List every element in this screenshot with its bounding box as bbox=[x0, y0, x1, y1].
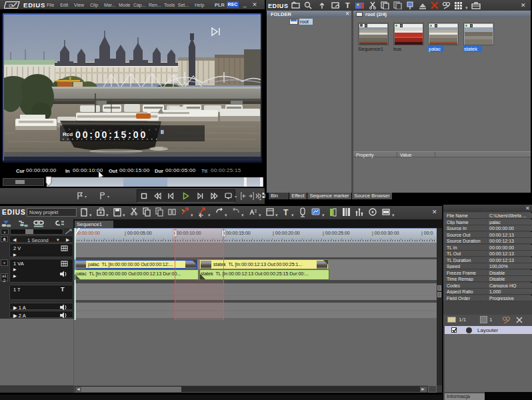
svg-text:T: T bbox=[345, 1, 350, 9]
svg-text:T: T bbox=[283, 208, 289, 217]
